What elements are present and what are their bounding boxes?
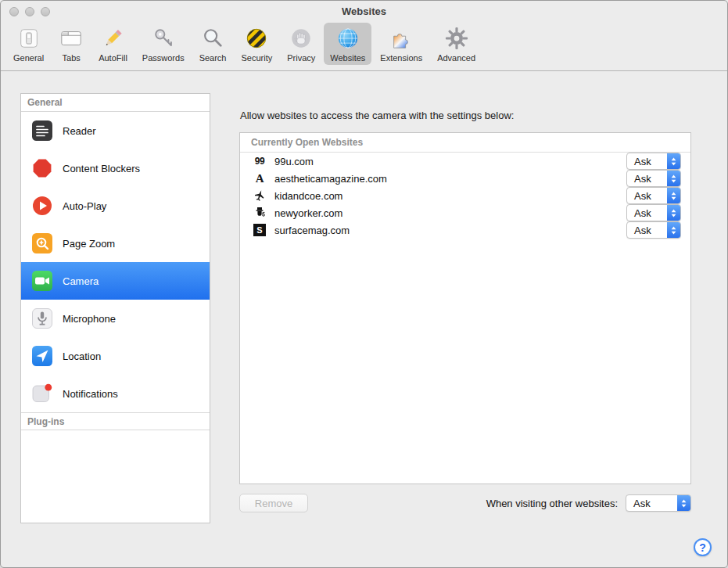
search-icon — [200, 26, 225, 51]
website-domain: aestheticamagazine.com — [274, 173, 619, 185]
other-websites-label: When visiting other websites: — [486, 498, 618, 509]
auto-play-icon — [32, 196, 52, 216]
traffic-lights — [9, 7, 50, 16]
extensions-icon — [389, 26, 414, 51]
location-icon — [32, 346, 52, 366]
website-row: 9999u.comAsk — [240, 153, 690, 170]
sidebar-item-label: Microphone — [63, 313, 116, 325]
title-bar[interactable]: Websites — [1, 1, 727, 21]
sidebar-item-label: Reader — [63, 125, 96, 137]
remove-button[interactable]: Remove — [239, 494, 308, 512]
toolbar-item-label: Tabs — [63, 53, 81, 63]
permission-popup[interactable]: Ask — [626, 187, 681, 204]
bottom-bar: Remove When visiting other websites: Ask — [239, 494, 691, 512]
page-zoom-icon — [32, 233, 52, 253]
camera-icon — [32, 271, 52, 291]
popup-value: Ask — [627, 222, 667, 238]
website-row: Ssurfacemag.comAsk — [240, 221, 690, 239]
popup-arrows-icon — [667, 222, 680, 238]
autofill-icon — [100, 26, 125, 51]
popup-arrows-icon — [667, 205, 680, 221]
toolbar-item-label: Privacy — [287, 53, 315, 63]
permission-popup[interactable]: Ask — [626, 221, 681, 239]
help-button[interactable]: ? — [694, 538, 712, 556]
sidebar-item-label: Location — [63, 351, 101, 362]
favicon-99u-icon: 99 — [253, 154, 267, 168]
privacy-icon — [289, 26, 314, 51]
toolbar-item-extensions[interactable]: Extensions — [374, 23, 429, 65]
sidebar-item-reader[interactable]: Reader — [21, 112, 210, 149]
popup-arrows-icon — [667, 153, 680, 169]
websites-icon — [335, 26, 360, 51]
popup-value: Ask — [627, 153, 667, 169]
toolbar-item-label: Advanced — [437, 53, 475, 63]
website-row: Aaestheticamagazine.comAsk — [240, 170, 690, 187]
toolbar-item-websites[interactable]: Websites — [324, 23, 371, 65]
favicon-aesthetica-icon: A — [253, 171, 267, 185]
minimize-button[interactable] — [25, 7, 34, 16]
content-blockers-icon — [32, 158, 52, 178]
website-domain: newyorker.com — [274, 207, 619, 219]
security-icon — [244, 26, 269, 51]
websites-list: Currently Open Websites 9999u.comAskAaes… — [239, 132, 691, 484]
favicon-newyorker-icon — [253, 206, 267, 220]
popup-value: Ask — [627, 205, 667, 221]
zoom-button[interactable] — [41, 7, 50, 16]
websites-rows: 9999u.comAskAaestheticamagazine.comAskki… — [240, 153, 690, 239]
sidebar-item-label: Camera — [63, 275, 99, 287]
toolbar-item-label: AutoFill — [99, 53, 127, 63]
toolbar-item-tabs[interactable]: Tabs — [52, 23, 90, 65]
other-websites-group: When visiting other websites: Ask — [486, 494, 691, 512]
sidebar-item-auto-play[interactable]: Auto-Play — [21, 187, 210, 225]
toolbar-item-label: Search — [199, 53, 227, 63]
toolbar-item-advanced[interactable]: Advanced — [431, 23, 482, 65]
toolbar-item-search[interactable]: Search — [193, 23, 233, 65]
preferences-toolbar: GeneralTabsAutoFillPasswordsSearchSecuri… — [1, 21, 727, 71]
sidebar-section-header-general: General — [21, 94, 210, 112]
popup-value: Ask — [626, 495, 677, 511]
popup-arrows-icon — [667, 171, 680, 186]
toolbar-item-security[interactable]: Security — [235, 23, 278, 65]
reader-icon — [32, 120, 52, 141]
sidebar-item-page-zoom[interactable]: Page Zoom — [21, 225, 210, 262]
toolbar-item-label: General — [13, 53, 44, 63]
website-domain: surfacemag.com — [274, 225, 619, 236]
close-button[interactable] — [9, 7, 19, 16]
popup-arrows-icon — [667, 188, 680, 203]
safari-preferences-window: Websites GeneralTabsAutoFillPasswordsSea… — [0, 0, 728, 568]
sidebar-item-label: Page Zoom — [63, 238, 115, 250]
camera-settings-pane: Allow websites to access the camera with… — [239, 93, 691, 512]
window-title: Websites — [1, 1, 727, 22]
sidebar-item-microphone[interactable]: Microphone — [21, 300, 210, 337]
sidebar-item-camera[interactable]: Camera — [21, 262, 210, 300]
microphone-icon — [32, 308, 52, 329]
favicon-kidandcoe-icon — [253, 189, 267, 203]
websites-sidebar: GeneralReaderContent BlockersAuto-PlayPa… — [20, 93, 210, 523]
toolbar-item-passwords[interactable]: Passwords — [136, 23, 191, 65]
sidebar-section-header-plug-ins: Plug-ins — [21, 412, 210, 430]
toolbar-item-label: Security — [241, 53, 272, 63]
passwords-icon — [151, 26, 176, 51]
sidebar-item-content-blockers[interactable]: Content Blockers — [21, 149, 210, 187]
permission-popup[interactable]: Ask — [626, 170, 681, 187]
sidebar-item-notifications[interactable]: Notifications — [21, 375, 210, 412]
permission-popup[interactable]: Ask — [626, 204, 681, 221]
sidebar-item-label: Content Blockers — [63, 163, 140, 174]
pane-description: Allow websites to access the camera with… — [240, 110, 691, 122]
toolbar-item-general[interactable]: General — [7, 23, 50, 65]
permission-popup[interactable]: Ask — [626, 153, 681, 170]
toolbar-item-label: Extensions — [380, 53, 422, 63]
toolbar-item-privacy[interactable]: Privacy — [281, 23, 321, 65]
sidebar-item-location[interactable]: Location — [21, 337, 210, 375]
website-domain: 99u.com — [274, 156, 619, 167]
website-domain: kidandcoe.com — [274, 190, 619, 202]
tabs-icon — [59, 26, 84, 51]
website-row: newyorker.comAsk — [240, 204, 690, 221]
popup-value: Ask — [627, 188, 667, 203]
toolbar-item-label: Websites — [330, 53, 365, 63]
other-websites-popup[interactable]: Ask — [626, 494, 691, 512]
general-icon — [16, 26, 41, 51]
website-row: kidandcoe.comAsk — [240, 187, 690, 204]
toolbar-item-label: Passwords — [142, 53, 185, 63]
toolbar-item-autofill[interactable]: AutoFill — [92, 23, 134, 65]
